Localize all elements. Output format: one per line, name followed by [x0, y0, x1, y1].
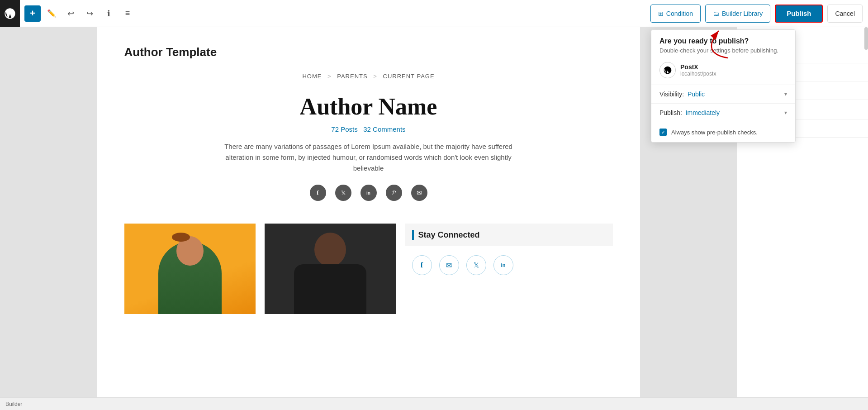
publish-time-row-value: Immediately	[686, 109, 720, 116]
cancel-label: Cancel	[835, 10, 855, 17]
publish-popover-header: Are you ready to publish? Double-check y…	[651, 30, 795, 56]
publish-time-row[interactable]: Publish: Immediately ▾	[651, 104, 795, 122]
site-info: PostX localhost/postx	[680, 63, 716, 77]
breadcrumb-parents: PARENTS	[337, 73, 367, 80]
site-wp-logo	[659, 62, 676, 78]
library-icon: 🗂	[713, 10, 719, 17]
pencil-icon: ✏️	[47, 9, 56, 18]
visibility-chevron-icon: ▾	[784, 91, 787, 97]
condition-button[interactable]: ⊞ Condition	[650, 5, 701, 23]
popover-subtitle: Double-check your settings before publis…	[659, 47, 787, 54]
topbar: + ✏️ ↩ ↪ ℹ ≡ ⊞ Condition 🗂 Builder Libra…	[0, 0, 868, 27]
info-icon: ℹ	[107, 9, 110, 19]
publish-time-row-label: Publish: Immediately	[659, 109, 720, 116]
email-icon-author[interactable]: ✉	[411, 185, 427, 201]
breadcrumb-home: HOME	[302, 73, 322, 80]
add-block-button[interactable]: +	[24, 5, 41, 22]
pinterest-icon-author[interactable]: 𝓟	[386, 185, 402, 201]
author-bio: There are many variations of passages of…	[210, 141, 527, 174]
site-name: PostX	[680, 63, 716, 71]
linkedin-icon-connected[interactable]: in	[493, 255, 513, 275]
twitter-icon-connected[interactable]: 𝕏	[466, 255, 486, 275]
edit-button[interactable]: ✏️	[43, 5, 60, 22]
builder-library-label: Builder Library	[722, 10, 763, 17]
popover-title: Are you ready to publish?	[659, 37, 787, 45]
always-show-checkbox[interactable]	[659, 129, 667, 136]
hamburger-icon: ≡	[125, 9, 130, 18]
facebook-icon-connected[interactable]: f	[412, 255, 432, 275]
publish-time-chevron-icon: ▾	[784, 110, 787, 116]
breadcrumb-sep1: >	[327, 73, 333, 80]
twitter-icon-author[interactable]: 𝕏	[335, 185, 351, 201]
publish-popover: Are you ready to publish? Double-check y…	[651, 29, 796, 143]
condition-label: Condition	[666, 10, 693, 17]
bottom-bar: Builder	[0, 397, 868, 410]
always-show-row: Always show pre-publish checks.	[651, 122, 795, 142]
canvas-area[interactable]: Author Template HOME > PARENTS > CURRENT…	[0, 27, 737, 410]
topbar-tools: + ✏️ ↩ ↪ ℹ ≡	[24, 5, 136, 22]
topbar-right: ⊞ Condition 🗂 Builder Library Publish Ca…	[650, 5, 863, 23]
breadcrumb: HOME > PARENTS > CURRENT PAGE	[124, 73, 613, 80]
site-url: localhost/postx	[680, 71, 716, 77]
email-icon-connected[interactable]: ✉	[439, 255, 459, 275]
menu-button[interactable]: ≡	[119, 5, 136, 22]
facebook-icon-author[interactable]: f	[310, 185, 326, 201]
comments-count: 32 Comments	[363, 125, 405, 133]
posts-row: Stay Connected f ✉ 𝕏 in	[124, 224, 613, 314]
author-stats: 72 Posts 32 Comments	[124, 125, 613, 133]
author-social-icons: f 𝕏 in 𝓟 ✉	[124, 185, 613, 201]
author-name: Author Name	[124, 93, 613, 120]
canvas-inner: Author Template HOME > PARENTS > CURRENT…	[97, 27, 640, 410]
plus-icon: +	[30, 8, 35, 19]
undo-button[interactable]: ↩	[62, 5, 79, 22]
always-show-label: Always show pre-publish checks.	[671, 129, 758, 136]
undo-icon: ↩	[67, 9, 74, 19]
posts-count: 72 Posts	[331, 125, 357, 133]
accent-bar	[412, 230, 414, 240]
panel-scrollbar[interactable]	[864, 27, 868, 50]
post-image-1	[124, 224, 256, 314]
post-image-2	[265, 224, 396, 314]
visibility-row-label: Visibility: Public	[659, 91, 705, 98]
builder-library-button[interactable]: 🗂 Builder Library	[705, 5, 770, 23]
wp-logo	[0, 0, 20, 27]
breadcrumb-sep2: >	[373, 73, 379, 80]
condition-icon: ⊞	[658, 10, 664, 17]
publish-button[interactable]: Publish	[775, 5, 823, 23]
stay-connected-header: Stay Connected	[405, 224, 613, 246]
redo-icon: ↪	[86, 9, 93, 19]
wordpress-icon	[4, 7, 16, 20]
info-button[interactable]: ℹ	[100, 5, 117, 22]
stay-connected-card: Stay Connected f ✉ 𝕏 in	[405, 224, 613, 275]
visibility-row-value: Public	[688, 91, 705, 98]
stay-connected-social-icons: f ✉ 𝕏 in	[405, 255, 613, 275]
visibility-row[interactable]: Visibility: Public ▾	[651, 85, 795, 104]
publish-popover-site: PostX localhost/postx	[651, 56, 795, 85]
stay-connected-title: Stay Connected	[418, 230, 480, 240]
publish-label: Publish	[787, 10, 811, 17]
bottom-bar-label: Builder	[5, 401, 22, 407]
page-title: Author Template	[124, 45, 613, 59]
breadcrumb-current: CURRENT PAGE	[383, 73, 435, 80]
site-wordpress-icon	[663, 66, 672, 75]
redo-button[interactable]: ↪	[81, 5, 98, 22]
cancel-button[interactable]: Cancel	[827, 5, 863, 23]
linkedin-icon-author[interactable]: in	[360, 185, 377, 201]
